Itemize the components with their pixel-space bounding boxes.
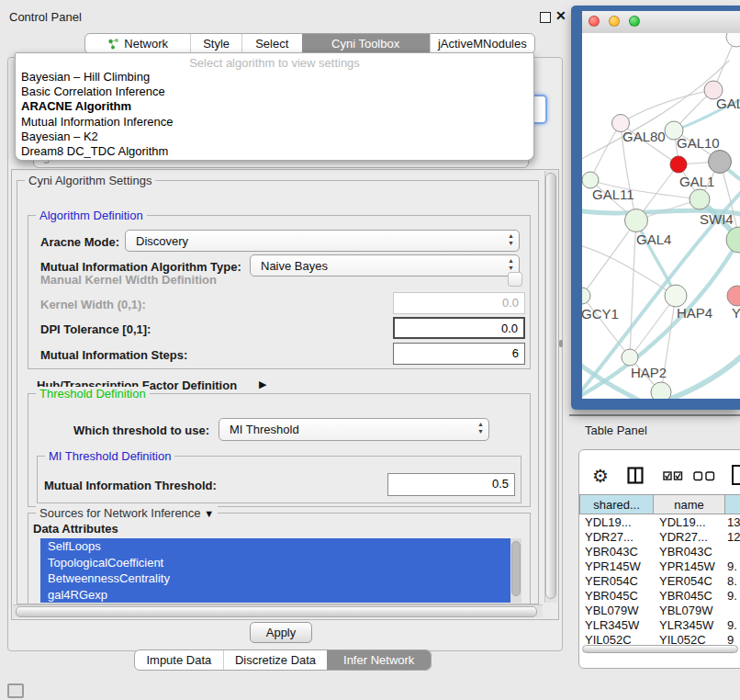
table-row[interactable]: YBL079WYBL079W (579, 604, 740, 618)
settings-vertical-scrollbar-thumb[interactable] (545, 173, 556, 599)
show-selected-columns-icon[interactable] (663, 470, 683, 482)
network-node-label: HAP4 (677, 305, 712, 321)
sources-collapse-arrow-icon[interactable]: ▼ (204, 508, 214, 519)
kernel-width-field[interactable]: 0.0 (393, 292, 525, 314)
tab-jactivemnodules[interactable]: jActiveMNodules (430, 34, 534, 53)
algorithm-option[interactable]: Basic Correlation Inference (16, 85, 533, 99)
table-horizontal-scrollbar-thumb[interactable] (582, 645, 738, 653)
tab-impute-data[interactable]: Impute Data (135, 650, 223, 670)
tab-select[interactable]: Select (241, 34, 302, 53)
mi-threshold-field[interactable]: 0.5 (387, 473, 515, 496)
table-cell (725, 545, 740, 559)
network-graph[interactable]: GALGAL80GAL10GAL1GAL11SWI4GAL4HAP4YGCY1H… (582, 33, 740, 399)
which-threshold-combobox[interactable]: MI Threshold ▲▼ (219, 418, 489, 441)
mi-steps-label: Mutual Information Steps: (40, 348, 187, 362)
hide-columns-icon[interactable] (693, 470, 715, 482)
table-row[interactable]: YPR145WYPR145W9. (579, 559, 740, 574)
network-node[interactable] (709, 151, 732, 174)
attribute-item[interactable]: SelfLoops (40, 538, 510, 555)
table-cell: YER054C (654, 574, 725, 589)
table-row[interactable]: YBR045CYBR045C9. (579, 589, 740, 604)
panel-splitter-handle[interactable] (559, 340, 563, 347)
table-column-header[interactable] (725, 494, 740, 514)
algorithm-option[interactable]: ARACNE Algorithm (16, 99, 533, 114)
sources-group-title: Sources for Network Inference ▼ (36, 506, 218, 520)
network-node[interactable] (622, 349, 638, 366)
table-export-icon[interactable] (731, 464, 740, 486)
network-node[interactable] (690, 189, 710, 209)
close-traffic-light-icon[interactable] (589, 16, 600, 27)
aracne-mode-label: Aracne Mode: (40, 235, 119, 249)
attribute-item[interactable]: BetweennessCentrality (40, 570, 510, 587)
network-node[interactable] (582, 288, 590, 304)
table-panel-title: Table Panel (585, 423, 647, 437)
which-threshold-value: MI Threshold (230, 423, 299, 436)
mi-steps-field[interactable]: 6 (393, 343, 525, 365)
network-edge[interactable] (667, 353, 740, 399)
algorithm-option[interactable]: Bayesian – Hill Climbing (16, 70, 533, 85)
aracne-mode-combobox[interactable]: Discovery ▲▼ (125, 230, 520, 252)
mi-threshold-group-title: MI Threshold Definition (45, 449, 174, 463)
network-node[interactable] (727, 286, 740, 306)
network-node[interactable] (670, 156, 687, 173)
table-row[interactable]: YDR27...YDR27...12 (579, 530, 740, 545)
tab-network[interactable]: Network (85, 34, 190, 53)
close-panel-icon[interactable]: ✕ (555, 8, 566, 23)
tab-infer-network[interactable]: Infer Network (327, 650, 431, 670)
mi-algorithm-type-combobox[interactable]: Naive Bayes ▲▼ (250, 254, 520, 277)
table-cell: YLR345W (654, 618, 725, 633)
data-attributes-list[interactable]: SelfLoopsTopologicalCoefficientBetweenne… (40, 538, 510, 603)
algorithm-option[interactable]: Dream8 DC_TDC Algorithm (16, 144, 533, 159)
algorithm-option[interactable]: Mutual Information Inference (16, 115, 533, 130)
tab-cyni-toolbox[interactable]: Cyni Toolbox (302, 34, 430, 53)
mi-threshold-label: Mutual Information Threshold: (44, 479, 217, 492)
table-settings-gear-icon[interactable]: ⚙ (592, 465, 609, 487)
table-panel-splitter[interactable] (569, 414, 740, 416)
network-edge[interactable] (621, 90, 713, 123)
algorithm-option[interactable]: Bayesian – K2 (16, 130, 533, 144)
combo-stepper-icon: ▲▼ (477, 421, 484, 435)
network-node-label: GAL11 (592, 186, 634, 202)
network-window-titlebar[interactable] (582, 11, 740, 34)
apply-button[interactable]: Apply (250, 622, 312, 643)
table-header-row: shared...name (579, 494, 740, 514)
network-node[interactable] (651, 382, 671, 399)
network-node[interactable] (625, 209, 648, 232)
network-edge[interactable] (630, 220, 636, 357)
tab-select-label: Select (255, 37, 288, 51)
zoom-traffic-light-icon[interactable] (629, 16, 640, 27)
tab-discretize-data[interactable]: Discretize Data (223, 650, 328, 670)
network-node[interactable] (665, 285, 687, 307)
table-cell (725, 604, 740, 618)
hub-expand-arrow-icon[interactable]: ▶ (259, 378, 266, 390)
tab-style[interactable]: Style (190, 34, 241, 53)
attribute-item[interactable]: TopologicalCoefficient (40, 555, 510, 571)
attributes-scrollbar-thumb[interactable] (511, 541, 521, 596)
table-column-header[interactable]: name (654, 494, 725, 514)
table-cell: YBL079W (654, 604, 725, 618)
split-columns-icon[interactable] (627, 467, 644, 484)
table-cell: YDL19... (654, 515, 725, 530)
manual-kernel-width-checkbox[interactable] (508, 272, 522, 287)
table-row[interactable]: YER054CYER054C8. (579, 574, 740, 589)
settings-horizontal-scrollbar-thumb[interactable] (16, 606, 537, 617)
table-cell: YIL052C (654, 633, 725, 644)
network-node[interactable] (726, 33, 740, 47)
network-node-label: Y (732, 305, 740, 321)
network-node-label: SWI4 (700, 211, 734, 227)
network-edge[interactable] (582, 220, 636, 296)
collapsed-panel-icon[interactable] (7, 683, 24, 698)
table-cell: YLR345W (579, 618, 654, 633)
table-cell: YBR045C (579, 589, 654, 604)
table-column-header[interactable]: shared... (579, 494, 654, 514)
table-row[interactable]: YIL052CYIL052C9 (579, 633, 740, 644)
table-row[interactable]: YBR043CYBR043C (579, 545, 740, 559)
network-view-canvas[interactable]: GALGAL80GAL10GAL1GAL11SWI4GAL4HAP4YGCY1H… (582, 33, 740, 399)
minimize-traffic-light-icon[interactable] (609, 16, 620, 27)
manual-kernel-width-label: Manual Kernel Width Definition (40, 273, 217, 287)
dpi-tolerance-field[interactable]: 0.0 (393, 317, 525, 339)
attribute-item[interactable]: gal4RGexp (40, 587, 510, 604)
table-row[interactable]: YLR345WYLR345W9. (579, 618, 740, 633)
table-row[interactable]: YDL19...YDL19...13 (579, 515, 740, 530)
float-panel-icon[interactable] (540, 12, 551, 23)
